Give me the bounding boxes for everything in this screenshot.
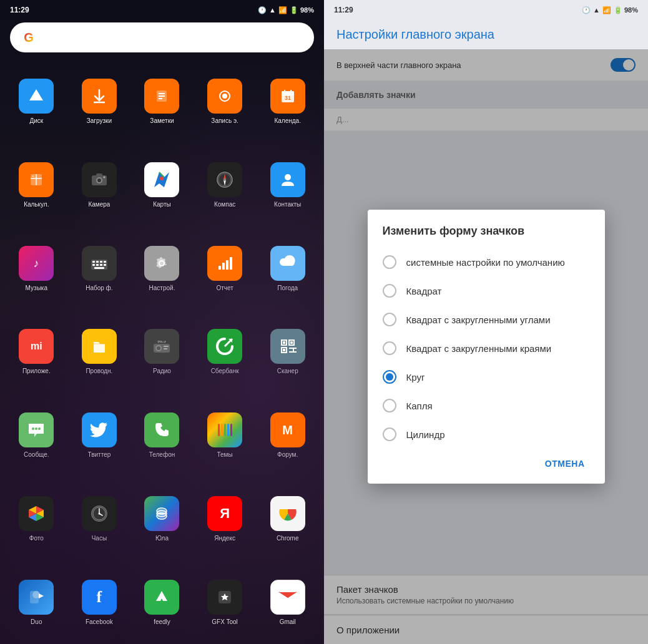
app-icon-calendar: 31 [270,79,305,114]
app-notes[interactable]: Заметки [130,60,194,144]
app-duo[interactable]: Duo [5,560,68,644]
app-record[interactable]: Запись э. [194,60,257,144]
app-camera[interactable]: Камера [68,144,131,227]
app-label-calendar: Календа. [274,117,300,124]
app-icon-apps: mi [19,329,54,364]
radio-circle-system[interactable] [383,255,396,269]
radio-option-rounded-edges[interactable]: Квадрат с закругленными краями [368,334,605,363]
app-icon-report [207,246,242,281]
search-bar[interactable]: G [10,22,314,52]
app-contacts[interactable]: Контакты [256,144,319,227]
alarm-icon-right: 🕐 [582,6,591,14]
app-themes[interactable]: Темы [194,394,257,477]
app-clock[interactable]: Часы [68,477,131,561]
svg-rect-39 [104,264,106,266]
app-music[interactable]: ♪ Музыка [5,227,68,310]
app-calendar[interactable]: 31 Календа. [256,60,319,144]
app-scanner[interactable]: Сканер [256,310,319,394]
app-icon-gfxtool [207,580,242,615]
radio-option-square[interactable]: Квадрат [368,276,605,305]
radio-label-circle: Круг [406,372,425,383]
wifi-icon-right: ▲ [593,6,600,14]
app-label-downloads: Загрузки [87,117,112,124]
radio-option-cylinder[interactable]: Цилиндр [368,420,605,449]
app-icon-duo [19,580,54,615]
app-icon-record [207,79,242,114]
svg-marker-81 [39,593,44,598]
svg-point-23 [160,177,164,180]
svg-rect-34 [100,261,102,263]
status-bar-right: 11:29 🕐 ▲ 📶 🔋 98% [324,0,648,17]
app-label-scanner: Сканер [277,368,298,374]
svg-rect-57 [283,349,285,351]
cancel-button[interactable]: ОТМЕНА [535,454,595,474]
app-ula[interactable]: Юла [130,477,194,561]
app-keyboard[interactable]: Набор ф. [68,227,131,310]
signal-icon-right: 📶 [602,6,611,14]
radio-option-circle[interactable]: Круг [368,363,605,391]
app-maps[interactable]: Карты [130,144,194,227]
app-icon-radio: 96.5 [144,329,179,364]
svg-rect-48 [164,346,169,347]
svg-point-29 [285,174,291,180]
app-label-chrome: Chrome [277,535,299,542]
svg-rect-64 [218,424,220,436]
app-photos[interactable]: Фото [5,477,68,561]
app-yandex[interactable]: Я Яндекс [194,477,257,561]
app-forum[interactable]: M Форум. [256,394,319,477]
radio-circle-circle[interactable] [383,370,396,384]
app-icon-facebook: f [82,580,117,615]
app-chrome[interactable]: Chrome [256,477,319,561]
radio-circle-drop[interactable] [383,399,396,412]
app-gmail[interactable]: Gmail [256,560,319,644]
svg-rect-56 [290,341,293,344]
app-facebook[interactable]: f Facebook [68,560,131,644]
radio-circle-cylinder[interactable] [383,427,396,441]
app-label-facebook: Facebook [86,618,113,625]
app-grid: Диск Загрузки Заметки Запись э. 31 Кален… [0,60,324,644]
app-sberbank[interactable]: Сбербанк [194,310,257,394]
radio-option-system[interactable]: системные настройки по умолчанию [368,248,605,276]
app-twitter[interactable]: Твиттер [68,394,131,477]
app-report[interactable]: Отчет [194,227,257,310]
app-label-sberbank: Сбербанк [211,368,239,374]
app-icon-chrome [270,496,305,531]
app-label-weather: Погода [277,285,298,291]
app-icon-ula [144,496,179,531]
radio-option-rounded-square[interactable]: Квадрат с закругленными углами [368,305,605,334]
app-weather[interactable]: Погода [256,227,319,310]
app-gfxtool[interactable]: GFX Tool [194,560,257,644]
app-disk[interactable]: Диск [5,60,68,144]
app-feedly[interactable]: feedly [130,560,194,644]
app-apps[interactable]: mi Приложе. [5,310,68,394]
app-label-phone: Телефон [149,451,175,458]
left-panel: 11:29 🕐 ▲ 📶 🔋 98% G Диск Загрузки [0,0,324,644]
svg-rect-40 [94,267,104,269]
app-label-feedly: feedly [154,618,170,625]
radio-label-rounded-square: Квадрат с закругленными углами [406,315,551,325]
app-files[interactable]: Проводн. [68,310,131,394]
app-label-disk: Диск [29,117,43,124]
radio-option-drop[interactable]: Капля [368,391,605,420]
app-phone[interactable]: Телефон [130,394,194,477]
app-downloads[interactable]: Загрузки [68,60,131,144]
time-left: 11:29 [10,6,29,14]
radio-circle-square[interactable] [383,284,396,298]
settings-header: Настройки главного экрана [324,17,648,49]
svg-rect-59 [289,351,297,353]
app-messages[interactable]: Сообще. [5,394,68,477]
app-icon-disk [19,79,54,114]
app-icon-keyboard [82,246,117,281]
app-label-record: Запись э. [211,117,238,124]
svg-rect-44 [230,257,232,270]
app-settings[interactable]: Настрой. [130,227,194,310]
app-compass[interactable]: Компас [194,144,257,227]
app-label-camera: Камера [88,201,110,208]
app-label-messages: Сообще. [24,451,49,458]
radio-circle-rounded-edges[interactable] [383,341,396,355]
app-radio[interactable]: 96.5 Радио [130,310,194,394]
app-icon-scanner [270,329,305,364]
radio-circle-rounded-square[interactable] [383,313,396,326]
app-calculator[interactable]: ÷ Калькул. [5,144,68,227]
svg-point-7 [222,94,227,99]
